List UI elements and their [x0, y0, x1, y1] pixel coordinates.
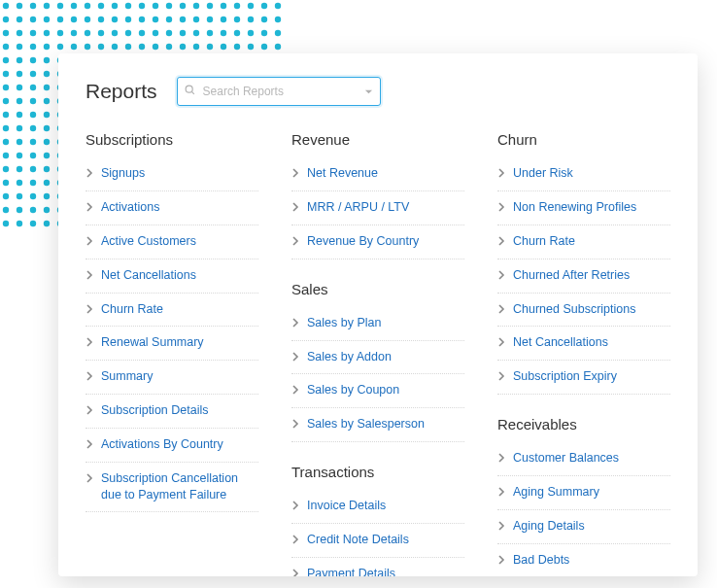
- svg-point-26: [71, 17, 77, 22]
- report-link[interactable]: Non Renewing Profiles: [513, 199, 636, 216]
- report-item: Sales by Addon: [291, 341, 464, 375]
- report-link[interactable]: Under Risk: [513, 165, 573, 182]
- svg-point-12: [166, 3, 172, 9]
- svg-point-58: [221, 30, 226, 36]
- svg-point-105: [3, 71, 9, 77]
- report-link[interactable]: Invoice Details: [307, 498, 386, 514]
- report-item: Sales by Plan: [291, 307, 464, 341]
- section-title: Subscriptions: [85, 131, 258, 148]
- svg-point-210: [3, 139, 9, 145]
- svg-point-75: [166, 44, 172, 50]
- chevron-right-icon: [85, 166, 93, 183]
- report-link[interactable]: Churn Rate: [513, 233, 575, 250]
- svg-point-14: [193, 3, 199, 9]
- report-link[interactable]: Subscription Cancellation due to Payment…: [101, 470, 258, 503]
- svg-point-297: [44, 193, 50, 199]
- svg-point-338: [30, 221, 36, 226]
- svg-point-106: [17, 71, 22, 77]
- svg-point-168: [3, 112, 9, 118]
- reports-card: Reports SubscriptionsSignupsActivationsA…: [58, 53, 698, 576]
- report-item: Active Customers: [85, 225, 258, 259]
- report-item: Churn Rate: [497, 225, 670, 259]
- chevron-right-icon: [291, 166, 299, 183]
- report-link[interactable]: Sales by Salesperson: [307, 416, 425, 432]
- report-link[interactable]: Net Cancellations: [513, 334, 608, 351]
- report-item: Bad Debts: [497, 544, 670, 576]
- report-link[interactable]: Credit Note Details: [307, 532, 409, 548]
- chevron-right-icon: [291, 200, 299, 217]
- svg-point-37: [221, 17, 226, 22]
- chevron-right-icon: [85, 268, 93, 285]
- search-input[interactable]: [177, 77, 381, 106]
- report-item: Net Revenue: [291, 157, 464, 191]
- report-link[interactable]: Customer Balances: [513, 450, 619, 467]
- svg-point-39: [248, 17, 254, 22]
- svg-point-72: [125, 44, 131, 50]
- svg-point-336: [3, 221, 9, 226]
- svg-point-38: [234, 17, 240, 22]
- report-link[interactable]: Net Revenue: [307, 165, 378, 182]
- report-item: Customer Balances: [497, 442, 670, 476]
- chevron-right-icon: [85, 437, 93, 454]
- report-link[interactable]: Aging Details: [513, 518, 585, 535]
- svg-point-273: [3, 180, 9, 186]
- report-link[interactable]: Payment Details: [307, 566, 395, 576]
- svg-point-11: [153, 3, 158, 9]
- section-title: Transactions: [291, 464, 464, 480]
- report-link[interactable]: Churned After Retries: [513, 267, 630, 284]
- report-item: Subscription Expiry: [497, 361, 670, 395]
- report-link[interactable]: Activations: [101, 199, 159, 216]
- report-link[interactable]: Aging Summary: [513, 484, 599, 501]
- report-link[interactable]: Sales by Addon: [307, 349, 392, 365]
- svg-point-64: [17, 44, 22, 50]
- chevron-right-icon: [497, 302, 505, 319]
- chevron-right-icon: [85, 302, 93, 319]
- svg-point-337: [17, 221, 22, 226]
- svg-point-67: [57, 44, 63, 50]
- report-link[interactable]: Bad Debts: [513, 552, 569, 569]
- report-link[interactable]: Renewal Summary: [101, 334, 204, 351]
- report-link[interactable]: Active Customers: [101, 233, 196, 250]
- report-link[interactable]: Signups: [101, 165, 145, 182]
- report-link[interactable]: Net Cancellations: [101, 267, 196, 284]
- report-link[interactable]: Subscription Expiry: [513, 368, 617, 385]
- report-link[interactable]: Churned Subscriptions: [513, 301, 635, 318]
- report-link[interactable]: Sales by Coupon: [307, 382, 399, 398]
- svg-point-44: [30, 30, 36, 36]
- svg-point-34: [180, 17, 186, 22]
- report-link[interactable]: Activations By Country: [101, 436, 223, 453]
- svg-point-59: [234, 30, 240, 36]
- report-link[interactable]: Churn Rate: [101, 301, 163, 318]
- chevron-right-icon: [85, 234, 93, 251]
- report-item: Signups: [85, 157, 258, 191]
- report-link[interactable]: Revenue By Country: [307, 233, 419, 250]
- chevron-right-icon: [497, 553, 505, 570]
- section-title: Revenue: [291, 131, 464, 148]
- svg-point-29: [112, 17, 118, 22]
- report-link[interactable]: Subscription Details: [101, 402, 208, 419]
- report-link[interactable]: Summary: [101, 368, 153, 385]
- svg-point-191: [30, 125, 36, 131]
- report-item: Under Risk: [497, 157, 670, 191]
- svg-point-49: [98, 30, 104, 36]
- column: SubscriptionsSignupsActivationsActive Cu…: [85, 131, 258, 576]
- column: RevenueNet RevenueMRR / ARPU / LTVRevenu…: [291, 131, 464, 576]
- svg-point-128: [30, 85, 36, 90]
- svg-point-36: [207, 17, 213, 22]
- svg-point-13: [180, 3, 186, 9]
- chevron-right-icon: [85, 403, 93, 420]
- svg-point-84: [3, 57, 9, 63]
- report-item: Summary: [85, 361, 258, 395]
- chevron-right-icon: [291, 533, 299, 549]
- chevron-right-icon: [85, 471, 93, 488]
- svg-point-170: [30, 112, 36, 118]
- report-item: MRR / ARPU / LTV: [291, 191, 464, 225]
- svg-point-3: [44, 3, 50, 9]
- report-item: Churned After Retries: [497, 259, 670, 294]
- report-link[interactable]: MRR / ARPU / LTV: [307, 199, 409, 216]
- report-link[interactable]: Sales by Plan: [307, 315, 381, 331]
- report-item: Churned Subscriptions: [497, 294, 670, 328]
- svg-point-35: [193, 17, 199, 22]
- svg-point-80: [234, 44, 240, 50]
- svg-point-46: [57, 30, 63, 36]
